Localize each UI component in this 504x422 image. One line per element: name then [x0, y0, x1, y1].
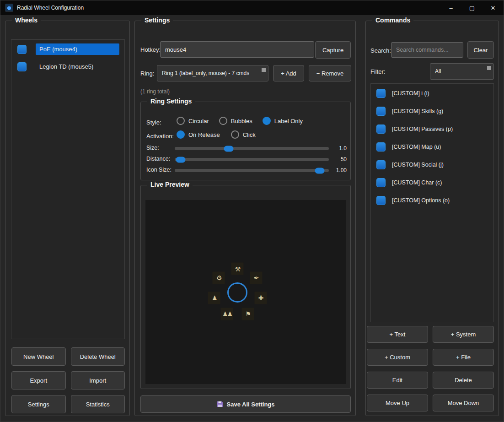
- slider-handle[interactable]: [176, 157, 186, 162]
- people-icon: ♟♟: [221, 308, 233, 320]
- minimize-button[interactable]: –: [440, 0, 461, 15]
- activation-radio-option[interactable]: Click: [231, 130, 256, 139]
- wheel-checkbox-icon[interactable]: [17, 62, 27, 71]
- command-item-label[interactable]: [CUSTOM] Social (j): [392, 162, 444, 168]
- command-item-label[interactable]: [CUSTOM] Passives (p): [392, 126, 453, 132]
- command-item[interactable]: [CUSTOM] i (i): [376, 89, 493, 98]
- app-window: Radial Wheel Configuration – ▢ ✕ Wheels …: [0, 0, 504, 422]
- slider-track[interactable]: [175, 158, 329, 161]
- ring-combobox[interactable]: Ring 1 (label_only, mouse) - 7 cmds: [157, 65, 268, 81]
- command-item-label[interactable]: [CUSTOM] Map (u): [392, 144, 441, 150]
- command-checkbox-icon[interactable]: [376, 160, 386, 169]
- ring-combobox-value: Ring 1 (label_only, mouse) - 7 cmds: [162, 70, 249, 76]
- style-radio-group: Circular Bubbles Label Only: [177, 117, 303, 125]
- window-title: Radial Wheel Configuration: [17, 5, 84, 11]
- slider-label: Distance:: [146, 156, 170, 162]
- slider-handle[interactable]: [315, 168, 324, 173]
- ring-label: Ring:: [140, 70, 154, 77]
- slider-value: 1.0: [328, 145, 347, 151]
- live-preview-group-label: Live Preview: [147, 181, 193, 188]
- commands-list[interactable]: [CUSTOM] i (i) [CUSTOM] Skills (g) [CUST…: [370, 83, 494, 322]
- combo-indicator-icon[interactable]: [262, 68, 266, 72]
- title-bar: Radial Wheel Configuration – ▢ ✕: [0, 0, 504, 15]
- slider-handle[interactable]: [224, 146, 233, 151]
- wheel-action-button[interactable]: New Wheel: [11, 347, 66, 366]
- radio-icon[interactable]: [231, 130, 239, 139]
- wheel-item[interactable]: Legion TD (mouse5): [17, 61, 119, 72]
- hotkey-input[interactable]: [160, 41, 314, 58]
- command-action-button[interactable]: Move Down: [433, 395, 494, 411]
- command-checkbox-icon[interactable]: [376, 107, 386, 116]
- slider-track[interactable]: [175, 169, 329, 172]
- wheel-checkbox-icon[interactable]: [17, 45, 27, 54]
- command-item[interactable]: [CUSTOM] Social (j): [376, 160, 493, 169]
- combo-indicator-icon[interactable]: [487, 66, 491, 70]
- radio-icon[interactable]: [177, 117, 185, 125]
- wheel-item[interactable]: PoE (mouse4): [17, 43, 119, 55]
- slider-label: Icon Size:: [146, 167, 172, 173]
- preview-canvas: ⚒✒✚⚑♟♟♟⚙: [145, 200, 346, 384]
- ring-settings-group-label: Ring Settings: [147, 97, 195, 105]
- command-item-label[interactable]: [CUSTOM] Skills (g): [392, 108, 443, 114]
- command-item-label[interactable]: [CUSTOM] i (i): [392, 90, 429, 97]
- maximize-button[interactable]: ▢: [461, 0, 483, 15]
- wheel-item-label[interactable]: PoE (mouse4): [36, 43, 119, 55]
- command-item-label[interactable]: [CUSTOM] Options (o): [392, 197, 450, 204]
- slider-row: Size: 1.0: [141, 143, 350, 153]
- radio-option-label: Bubbles: [231, 118, 252, 124]
- wheel-action-button[interactable]: Settings: [11, 395, 66, 413]
- command-action-button[interactable]: + File: [433, 349, 494, 366]
- command-action-button[interactable]: Move Up: [367, 395, 428, 411]
- command-item-label[interactable]: [CUSTOM] Char (c): [392, 179, 442, 186]
- ring-total-label: (1 ring total): [140, 88, 170, 95]
- capture-button[interactable]: Capture: [315, 41, 351, 59]
- filter-label: Filter:: [370, 68, 386, 75]
- slider-track[interactable]: [175, 147, 329, 150]
- style-radio-option[interactable]: Label Only: [263, 117, 303, 125]
- command-item[interactable]: [CUSTOM] Skills (g): [376, 107, 493, 116]
- wheel-action-button[interactable]: Delete Wheel: [71, 347, 125, 366]
- wheel-action-button[interactable]: Export: [11, 371, 66, 390]
- wheel-action-button[interactable]: Import: [71, 371, 125, 390]
- save-all-button[interactable]: Save All Settings: [140, 395, 351, 413]
- add-ring-button[interactable]: + Add: [273, 65, 304, 81]
- hammers-icon: ⚒: [231, 263, 244, 275]
- window-controls: – ▢ ✕: [440, 0, 504, 15]
- slider-group: Size: 1.0 Distance: 50: [141, 143, 350, 175]
- settings-group: Settings Hotkey: Capture Ring: Ring 1 (l…: [134, 21, 356, 416]
- radio-option-label: Circular: [188, 118, 209, 124]
- remove-ring-button[interactable]: − Remove: [309, 65, 351, 81]
- command-checkbox-icon[interactable]: [376, 142, 386, 151]
- command-checkbox-icon[interactable]: [376, 124, 386, 134]
- wheels-listbox[interactable]: PoE (mouse4) Legion TD (mouse5): [11, 39, 125, 339]
- settings-group-label: Settings: [141, 16, 173, 24]
- person-icon: ♟: [208, 292, 220, 304]
- flag-icon: ⚑: [241, 308, 254, 320]
- command-action-button[interactable]: Delete: [433, 372, 494, 389]
- command-item[interactable]: [CUSTOM] Passives (p): [376, 124, 493, 134]
- radio-icon[interactable]: [219, 117, 227, 125]
- command-item[interactable]: [CUSTOM] Map (u): [376, 142, 493, 151]
- command-action-button[interactable]: + Text: [367, 326, 428, 343]
- style-radio-option[interactable]: Circular: [177, 117, 209, 125]
- radio-icon[interactable]: [263, 117, 271, 125]
- wheel-action-button[interactable]: Statistics: [71, 395, 125, 413]
- command-checkbox-icon[interactable]: [376, 89, 386, 98]
- command-action-button[interactable]: Edit: [367, 372, 428, 389]
- command-checkbox-icon[interactable]: [376, 196, 386, 205]
- commands-group: Commands Search: Clear Filter: All [CUST…: [365, 21, 499, 416]
- command-item[interactable]: [CUSTOM] Char (c): [376, 178, 493, 187]
- search-input[interactable]: [391, 42, 463, 58]
- command-action-button[interactable]: + Custom: [367, 349, 428, 366]
- command-action-button[interactable]: + System: [433, 326, 494, 343]
- radio-icon[interactable]: [177, 130, 185, 139]
- clear-search-button[interactable]: Clear: [467, 41, 494, 59]
- style-radio-option[interactable]: Bubbles: [219, 117, 252, 125]
- wheel-item-label[interactable]: Legion TD (mouse5): [36, 61, 119, 72]
- command-checkbox-icon[interactable]: [376, 178, 386, 187]
- close-button[interactable]: ✕: [483, 0, 504, 15]
- activation-radio-option[interactable]: On Release: [177, 130, 220, 139]
- filter-combobox[interactable]: All: [430, 63, 494, 80]
- wheels-button-grid: New Wheel Delete Wheel Export Import Set…: [11, 347, 125, 413]
- command-item[interactable]: [CUSTOM] Options (o): [376, 196, 493, 205]
